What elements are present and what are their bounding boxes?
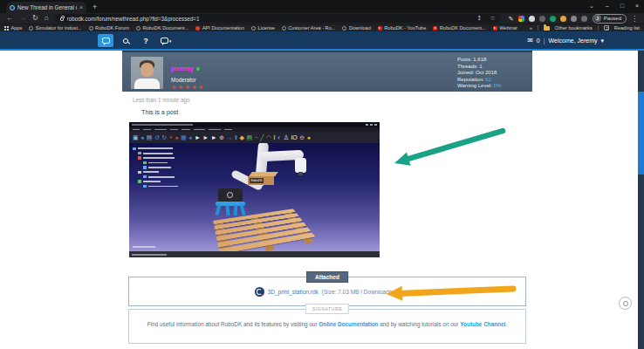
tab-close-icon[interactable]: ×: [79, 4, 83, 10]
youtube-channel-link[interactable]: Youtube Channel: [460, 321, 505, 327]
bookmark-label: RoboDK - YouTube: [384, 25, 426, 31]
gray-extension-icon[interactable]: [571, 16, 577, 22]
bookmark-item[interactable]: Customer Area - Ro...: [282, 25, 336, 31]
search-button[interactable]: [118, 34, 134, 47]
online-documentation-link[interactable]: Online Documentation: [319, 321, 378, 327]
post-image-robodk-screenshot[interactable]: ▣●▤↺↻+●▦●►►►⊕→‖◆▤~╱◠I◐♙IO⊖● Ro: [129, 122, 380, 257]
grid-extension-icon[interactable]: [518, 16, 524, 22]
author-stars: ★★★★★: [171, 84, 205, 91]
forward-icon[interactable]: →: [19, 15, 26, 22]
bookmark-item[interactable]: Apps: [4, 25, 22, 31]
reload-icon[interactable]: ↻: [32, 15, 38, 22]
attachment-meta: (Size: 7.03 MB / Downloads: 0): [322, 289, 401, 295]
envelope-icon[interactable]: ✉: [527, 37, 533, 44]
browser-menu-icon[interactable]: ⋮: [631, 15, 638, 23]
stat-line: Posts: 1,618: [457, 57, 501, 64]
username-link[interactable]: jeremy: [171, 65, 194, 72]
rdk-bookmark-icon: [282, 26, 286, 31]
app-toolbar-icon: ⊕: [219, 133, 224, 141]
attached-section-label: Attached: [306, 271, 348, 283]
grammarly-extension-icon[interactable]: [550, 16, 556, 22]
back-icon[interactable]: ←: [6, 15, 13, 22]
cardboard-box-3d-model: RoboDK: [248, 172, 277, 185]
app-toolbar-icon: ●: [175, 133, 178, 141]
app-toolbar-icon: ⊖: [299, 133, 305, 141]
rdk-bookmark-icon: [89, 26, 93, 31]
amber-extension-icon[interactable]: [560, 16, 566, 22]
page-scrollbar[interactable]: [638, 51, 644, 349]
bookmark-label: Apps: [11, 25, 23, 31]
forum-index-button[interactable]: [98, 34, 113, 47]
chat-extension-icon[interactable]: [581, 16, 587, 22]
unread-count[interactable]: 0: [537, 38, 540, 44]
app-toolbar-icon: +: [169, 133, 173, 141]
folder-icon: [544, 26, 550, 31]
app-window-controls: [366, 124, 377, 126]
online-status-icon: [196, 67, 201, 72]
stat-line: Joined: Oct 2018: [457, 70, 501, 77]
app-toolbar-icon: ◐: [277, 133, 281, 141]
rdk-bookmark-icon: [136, 26, 140, 31]
tree-row: [133, 161, 178, 165]
bookmarks-list: AppsSimulator for indust...RoboDK ForumR…: [4, 25, 517, 31]
home-icon[interactable]: ⌂: [45, 15, 49, 22]
new-tab-button[interactable]: +: [92, 3, 97, 11]
app-3d-viewport: RoboDK: [129, 143, 380, 251]
scrollbar-thumb[interactable]: [638, 92, 644, 174]
dark-extension-icon[interactable]: [539, 16, 545, 22]
bookmark-item[interactable]: RoboDK Document...: [136, 25, 188, 31]
tab-search-icon[interactable]: ⌄: [589, 3, 594, 10]
other-bookmarks-button[interactable]: Other bookmarks: [555, 25, 593, 31]
tree-row: [133, 180, 178, 184]
messages-button[interactable]: ▾: [158, 34, 174, 47]
bookmark-label: Download: [349, 25, 371, 31]
share-icon[interactable]: ↥: [477, 15, 483, 22]
floating-widget-button[interactable]: [619, 297, 632, 310]
bookmark-item[interactable]: API Documentation: [195, 25, 244, 31]
app-toolbar-icon: ►: [211, 133, 217, 141]
bookmark-item[interactable]: Webinars - YouTube: [493, 25, 517, 31]
signature-text: Find useful information about RoboDK and…: [128, 321, 526, 327]
reading-list-button[interactable]: Reading list: [614, 25, 640, 31]
bookmark-item[interactable]: RoboDK Document...: [433, 25, 485, 31]
bookmark-star-icon[interactable]: ☆: [490, 15, 495, 22]
minimize-button[interactable]: –: [606, 3, 609, 9]
help-button[interactable]: ?: [138, 34, 154, 47]
app-status-bar: [129, 251, 380, 257]
bookmarks-overflow-icon[interactable]: »: [530, 25, 532, 31]
chevron-down-icon[interactable]: ▾: [600, 38, 604, 44]
stat-line: Warning Level: 0%: [457, 83, 501, 90]
bookmark-item[interactable]: RoboDK - YouTube: [378, 25, 427, 31]
bookmark-item[interactable]: Download: [342, 25, 370, 31]
bookmark-label: Customer Area - Ro...: [288, 25, 335, 31]
maximize-button[interactable]: □: [620, 3, 624, 9]
url-input[interactable]: robodk.com/forum/newthread.php?fid=3&pro…: [55, 14, 501, 23]
profile-button[interactable]: J Paused: [593, 14, 627, 24]
lock-icon: [60, 17, 64, 21]
stat-line: Threads: 1: [457, 64, 501, 71]
reading-list-icon: [604, 25, 609, 31]
help-icon: ?: [143, 37, 147, 45]
url-text: robodk.com/forum/newthread.php?fid=3&pro…: [67, 16, 469, 22]
bookmark-item[interactable]: License: [251, 25, 275, 31]
tree-row: [133, 184, 178, 188]
bookmark-item[interactable]: RoboDK Forum: [89, 25, 129, 31]
browser-tab[interactable]: New Thread in General questio... ×: [6, 2, 86, 13]
bookmark-item[interactable]: Simulator for indust...: [29, 25, 81, 31]
attachment-file-link[interactable]: 3D_print_station.rdk: [268, 289, 319, 295]
circle-extension-icon[interactable]: [529, 16, 535, 22]
bookmarks-right: » Other bookmarks Reading list: [530, 25, 640, 31]
pencil-extension-icon[interactable]: ✎: [509, 16, 514, 22]
close-button[interactable]: ×: [635, 3, 639, 9]
tab-title: New Thread in General questio...: [17, 4, 77, 10]
app-toolbar-icon: ▤: [147, 133, 153, 141]
avatar: J: [594, 15, 601, 22]
app-tree: [133, 147, 178, 189]
app-toolbar-icon: ◆: [240, 133, 244, 141]
tree-row: [133, 151, 178, 155]
welcome-user-menu[interactable]: Welcome, Jeremy: [549, 38, 598, 44]
tree-row: [133, 166, 178, 170]
avatar[interactable]: [131, 57, 163, 89]
apps-bookmark-icon: [4, 26, 9, 31]
divider: |: [544, 38, 545, 44]
